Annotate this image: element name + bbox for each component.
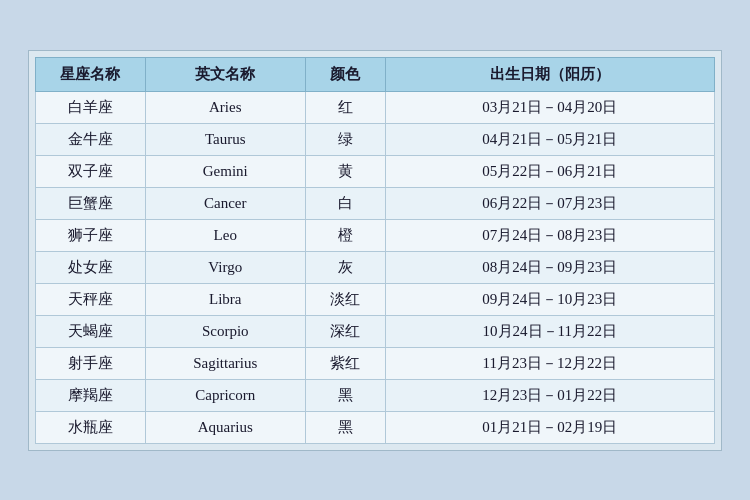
cell-color: 淡红 — [305, 283, 385, 315]
cell-zh: 天秤座 — [36, 283, 146, 315]
header-color: 颜色 — [305, 57, 385, 91]
table-row: 双子座Gemini黄05月22日－06月21日 — [36, 155, 715, 187]
cell-date: 06月22日－07月23日 — [385, 187, 714, 219]
header-date: 出生日期（阳历） — [385, 57, 714, 91]
cell-color: 红 — [305, 91, 385, 123]
cell-color: 黑 — [305, 411, 385, 443]
cell-zh: 白羊座 — [36, 91, 146, 123]
cell-en: Cancer — [145, 187, 305, 219]
cell-date: 08月24日－09月23日 — [385, 251, 714, 283]
cell-date: 10月24日－11月22日 — [385, 315, 714, 347]
cell-color: 绿 — [305, 123, 385, 155]
cell-date: 01月21日－02月19日 — [385, 411, 714, 443]
cell-color: 黑 — [305, 379, 385, 411]
cell-en: Aries — [145, 91, 305, 123]
table-row: 摩羯座Capricorn黑12月23日－01月22日 — [36, 379, 715, 411]
cell-color: 紫红 — [305, 347, 385, 379]
cell-date: 12月23日－01月22日 — [385, 379, 714, 411]
zodiac-table-container: 星座名称 英文名称 颜色 出生日期（阳历） 白羊座Aries红03月21日－04… — [28, 50, 722, 451]
header-en: 英文名称 — [145, 57, 305, 91]
zodiac-table: 星座名称 英文名称 颜色 出生日期（阳历） 白羊座Aries红03月21日－04… — [35, 57, 715, 444]
cell-en: Leo — [145, 219, 305, 251]
cell-zh: 摩羯座 — [36, 379, 146, 411]
cell-date: 09月24日－10月23日 — [385, 283, 714, 315]
cell-zh: 狮子座 — [36, 219, 146, 251]
cell-color: 灰 — [305, 251, 385, 283]
table-row: 金牛座Taurus绿04月21日－05月21日 — [36, 123, 715, 155]
cell-zh: 处女座 — [36, 251, 146, 283]
cell-zh: 巨蟹座 — [36, 187, 146, 219]
table-body: 白羊座Aries红03月21日－04月20日金牛座Taurus绿04月21日－0… — [36, 91, 715, 443]
cell-date: 04月21日－05月21日 — [385, 123, 714, 155]
table-row: 狮子座Leo橙07月24日－08月23日 — [36, 219, 715, 251]
cell-date: 05月22日－06月21日 — [385, 155, 714, 187]
table-row: 处女座Virgo灰08月24日－09月23日 — [36, 251, 715, 283]
cell-zh: 天蝎座 — [36, 315, 146, 347]
cell-color: 深红 — [305, 315, 385, 347]
table-row: 巨蟹座Cancer白06月22日－07月23日 — [36, 187, 715, 219]
cell-en: Aquarius — [145, 411, 305, 443]
table-row: 射手座Sagittarius紫红11月23日－12月22日 — [36, 347, 715, 379]
cell-en: Sagittarius — [145, 347, 305, 379]
cell-date: 11月23日－12月22日 — [385, 347, 714, 379]
cell-en: Taurus — [145, 123, 305, 155]
cell-color: 橙 — [305, 219, 385, 251]
table-row: 水瓶座Aquarius黑01月21日－02月19日 — [36, 411, 715, 443]
table-header-row: 星座名称 英文名称 颜色 出生日期（阳历） — [36, 57, 715, 91]
cell-en: Scorpio — [145, 315, 305, 347]
cell-en: Capricorn — [145, 379, 305, 411]
cell-date: 03月21日－04月20日 — [385, 91, 714, 123]
cell-en: Virgo — [145, 251, 305, 283]
cell-zh: 双子座 — [36, 155, 146, 187]
cell-zh: 金牛座 — [36, 123, 146, 155]
table-row: 白羊座Aries红03月21日－04月20日 — [36, 91, 715, 123]
cell-zh: 射手座 — [36, 347, 146, 379]
table-row: 天秤座Libra淡红09月24日－10月23日 — [36, 283, 715, 315]
cell-date: 07月24日－08月23日 — [385, 219, 714, 251]
table-row: 天蝎座Scorpio深红10月24日－11月22日 — [36, 315, 715, 347]
header-zh: 星座名称 — [36, 57, 146, 91]
cell-zh: 水瓶座 — [36, 411, 146, 443]
cell-en: Libra — [145, 283, 305, 315]
cell-color: 黄 — [305, 155, 385, 187]
cell-color: 白 — [305, 187, 385, 219]
cell-en: Gemini — [145, 155, 305, 187]
